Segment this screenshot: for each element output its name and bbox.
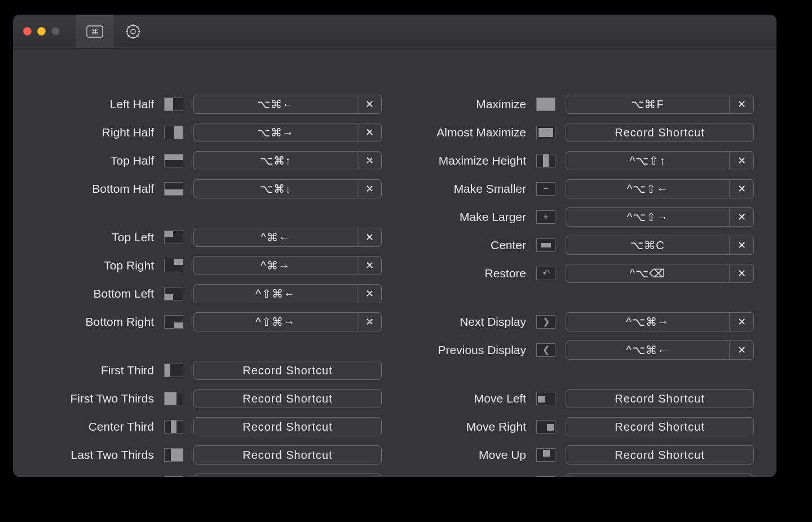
- close-icon: ✕: [365, 287, 374, 300]
- clear-shortcut-right-half[interactable]: ✕: [357, 123, 382, 142]
- label-maximize: Maximize: [408, 98, 526, 111]
- row-maximize: Maximize⌥⌘F✕: [408, 90, 754, 118]
- shortcut-button-bottom-right[interactable]: ^⇧⌘→: [193, 312, 357, 331]
- clear-shortcut-center[interactable]: ✕: [729, 236, 754, 255]
- shortcut-button-top-half[interactable]: ⌥⌘↑: [193, 151, 357, 170]
- label-top-left: Top Left: [36, 231, 154, 244]
- shortcut-control-almost-maximize: Record Shortcut: [566, 123, 754, 142]
- minimize-window-button[interactable]: [37, 27, 46, 36]
- label-bottom-half: Bottom Half: [36, 182, 154, 196]
- shortcut-button-move-right[interactable]: Record Shortcut: [566, 417, 754, 436]
- shortcut-control-bottom-right: ^⇧⌘→✕: [193, 312, 382, 331]
- layout-thumb-icon: [164, 287, 183, 300]
- shortcut-control-move-right: Record Shortcut: [566, 417, 754, 436]
- shortcut-button-previous-display[interactable]: ^⌥⌘←: [566, 340, 729, 360]
- shortcut-button-move-down[interactable]: Record Shortcut: [566, 474, 754, 477]
- shortcut-button-make-smaller[interactable]: ^⌥⇧←: [566, 179, 729, 198]
- layout-thumb-icon: [164, 182, 183, 196]
- row-make-smaller: Make Smaller−^⌥⇧←✕: [408, 175, 754, 203]
- shortcut-button-maximize[interactable]: ⌥⌘F: [566, 95, 729, 114]
- shortcut-control-make-larger: ^⌥⇧→✕: [566, 207, 754, 227]
- label-restore: Restore: [408, 267, 526, 280]
- clear-shortcut-top-half[interactable]: ✕: [357, 151, 382, 170]
- shortcut-button-center[interactable]: ⌥⌘C: [566, 236, 729, 255]
- shortcut-button-restore[interactable]: ^⌥⌫: [566, 264, 729, 283]
- clear-shortcut-maximize[interactable]: ✕: [729, 95, 754, 114]
- tab-shortcuts[interactable]: ⌘: [76, 15, 114, 48]
- label-last-two-thirds: Last Two Thirds: [36, 448, 154, 462]
- clear-shortcut-restore[interactable]: ✕: [729, 264, 754, 283]
- command-key-icon: ⌘: [86, 25, 103, 38]
- shortcut-button-top-left[interactable]: ^⌘←: [193, 228, 357, 247]
- shortcut-button-right-half[interactable]: ⌥⌘→: [193, 123, 357, 142]
- shortcut-button-maximize-height[interactable]: ^⌥⇧↑: [566, 151, 729, 170]
- row-last-third: Last ThirdRecord Shortcut: [36, 469, 382, 477]
- zoom-window-button[interactable]: [51, 27, 60, 36]
- shortcut-button-last-third[interactable]: Record Shortcut: [193, 474, 382, 477]
- shortcut-button-next-display[interactable]: ^⌥⌘→: [566, 312, 729, 331]
- shortcut-button-top-right[interactable]: ^⌘→: [193, 256, 357, 275]
- shortcut-control-maximize: ⌥⌘F✕: [566, 95, 754, 114]
- clear-shortcut-top-right[interactable]: ✕: [357, 256, 382, 275]
- shortcut-button-bottom-half[interactable]: ⌥⌘↓: [193, 179, 357, 198]
- previous-display-icon: ❮: [536, 343, 555, 357]
- layout-thumb-icon: [164, 476, 183, 477]
- shortcut-control-top-right: ^⌘→✕: [193, 256, 382, 275]
- label-center: Center: [408, 238, 526, 252]
- row-bottom-left: Bottom Left^⇧⌘←✕: [36, 280, 382, 308]
- shortcut-button-left-half[interactable]: ⌥⌘←: [193, 95, 357, 114]
- shortcut-button-move-left[interactable]: Record Shortcut: [566, 389, 754, 408]
- close-icon: ✕: [738, 154, 746, 167]
- row-top-half: Top Half⌥⌘↑✕: [36, 147, 382, 175]
- clear-shortcut-bottom-left[interactable]: ✕: [357, 284, 382, 303]
- shortcut-control-maximize-height: ^⌥⇧↑✕: [566, 151, 754, 170]
- shortcuts-panel: Left Half⌥⌘←✕Right Half⌥⌘→✕Top Half⌥⌘↑✕B…: [13, 48, 776, 477]
- row-last-two-thirds: Last Two ThirdsRecord Shortcut: [36, 441, 382, 469]
- shortcut-button-last-two-thirds[interactable]: Record Shortcut: [193, 445, 382, 465]
- clear-shortcut-bottom-half[interactable]: ✕: [357, 179, 382, 198]
- shortcut-control-right-half: ⌥⌘→✕: [193, 123, 382, 142]
- label-last-third: Last Third: [36, 476, 154, 477]
- clear-shortcut-left-half[interactable]: ✕: [357, 95, 382, 114]
- group-right-1: Maximize⌥⌘F✕Almost MaximizeRecord Shortc…: [408, 90, 754, 287]
- shortcut-button-move-up[interactable]: Record Shortcut: [566, 445, 754, 465]
- label-first-two-thirds: First Two Thirds: [36, 392, 154, 405]
- clear-shortcut-top-left[interactable]: ✕: [357, 228, 382, 247]
- clear-shortcut-previous-display[interactable]: ✕: [729, 340, 754, 360]
- clear-shortcut-make-larger[interactable]: ✕: [729, 207, 754, 227]
- clear-shortcut-make-smaller[interactable]: ✕: [729, 179, 754, 198]
- layout-thumb-icon: [536, 392, 555, 405]
- label-make-smaller: Make Smaller: [408, 182, 526, 196]
- close-icon: ✕: [365, 259, 374, 272]
- close-window-button[interactable]: [23, 27, 32, 36]
- shortcut-button-bottom-left[interactable]: ^⇧⌘←: [193, 284, 357, 303]
- row-first-third: First ThirdRecord Shortcut: [36, 356, 382, 384]
- label-move-up: Move Up: [408, 448, 526, 462]
- clear-shortcut-maximize-height[interactable]: ✕: [729, 151, 754, 170]
- close-icon: ✕: [365, 126, 374, 139]
- shortcut-control-next-display: ^⌥⌘→✕: [566, 312, 754, 331]
- group-right-2: Next Display❯^⌥⌘→✕Previous Display❮^⌥⌘←✕: [408, 308, 754, 364]
- row-next-display: Next Display❯^⌥⌘→✕: [408, 308, 754, 336]
- close-icon: ✕: [738, 98, 746, 110]
- layout-thumb-icon: [536, 238, 555, 252]
- shortcut-control-last-third: Record Shortcut: [193, 474, 382, 477]
- layout-thumb-icon: [164, 448, 183, 462]
- layout-thumb-icon: [536, 420, 555, 433]
- row-top-right: Top Right^⌘→✕: [36, 251, 382, 280]
- shortcut-control-center-third: Record Shortcut: [193, 417, 382, 436]
- tab-settings[interactable]: [114, 15, 152, 48]
- clear-shortcut-next-display[interactable]: ✕: [729, 312, 754, 331]
- layout-thumb-icon: [164, 259, 183, 272]
- clear-shortcut-bottom-right[interactable]: ✕: [357, 312, 382, 331]
- shortcut-control-move-up: Record Shortcut: [566, 445, 754, 465]
- shortcut-button-center-third[interactable]: Record Shortcut: [193, 417, 382, 436]
- shortcut-button-first-two-thirds[interactable]: Record Shortcut: [193, 389, 382, 408]
- shortcut-button-almost-maximize[interactable]: Record Shortcut: [566, 123, 754, 142]
- shortcut-button-make-larger[interactable]: ^⌥⇧→: [566, 207, 729, 227]
- shortcut-control-previous-display: ^⌥⌘←✕: [566, 340, 754, 360]
- layout-thumb-icon: [536, 448, 555, 462]
- group-left-3: First ThirdRecord ShortcutFirst Two Thir…: [36, 356, 382, 477]
- shortcut-button-first-third[interactable]: Record Shortcut: [193, 361, 382, 380]
- layout-thumb-icon: [164, 231, 183, 244]
